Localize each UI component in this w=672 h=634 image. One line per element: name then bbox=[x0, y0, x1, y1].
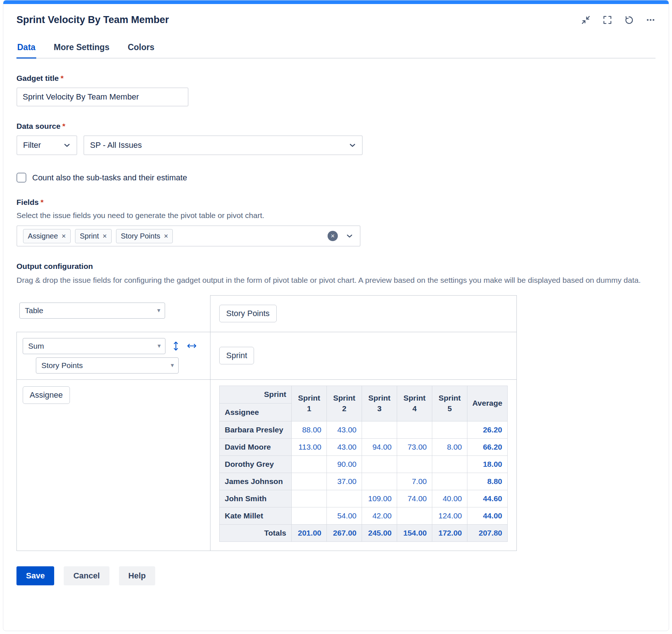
sprint-field-chip[interactable]: Sprint bbox=[219, 347, 254, 364]
gadget-config-dialog: Sprint Velocity By Team Member bbox=[3, 0, 669, 631]
help-button[interactable]: Help bbox=[119, 566, 156, 585]
remove-chip-icon[interactable]: × bbox=[102, 232, 107, 240]
subtasks-checkbox[interactable] bbox=[16, 173, 26, 183]
totals-label: Totals bbox=[220, 524, 292, 541]
remove-chip-icon[interactable]: × bbox=[164, 232, 168, 240]
field-chip-story-points[interactable]: Story Points × bbox=[116, 229, 173, 243]
cell bbox=[432, 455, 467, 473]
table-row: Barbara Presley 88.00 43.00 26.20 bbox=[220, 421, 508, 438]
tab-more-settings[interactable]: More Settings bbox=[53, 42, 110, 58]
chevron-down-icon[interactable] bbox=[345, 232, 354, 240]
chevron-down-icon bbox=[63, 141, 71, 150]
cell bbox=[327, 490, 362, 507]
pivot-columns-dimension-label: Sprint bbox=[220, 386, 291, 404]
pivot-totals-row: Totals 201.00 267.00 245.00 154.00 172.0… bbox=[220, 524, 508, 541]
field-chip-label: Assignee bbox=[28, 232, 58, 240]
filter-select[interactable]: SP - All Issues bbox=[83, 135, 363, 155]
table-row: John Smith 109.00 74.00 40.00 44.60 bbox=[220, 490, 508, 507]
rows-drop-zone[interactable]: Sprint bbox=[210, 332, 516, 380]
cell-average: 44.60 bbox=[467, 490, 508, 507]
cell-average: 8.80 bbox=[467, 473, 508, 490]
pivot-col-header: Sprint 4 bbox=[397, 386, 432, 421]
output-configuration-label: Output configuration bbox=[16, 262, 656, 271]
field-chip-label: Sprint bbox=[80, 232, 99, 240]
pivot-col-header: Sprint 5 bbox=[432, 386, 467, 421]
view-type-select[interactable]: Table ▾ bbox=[19, 303, 165, 319]
header-icons bbox=[581, 15, 656, 25]
cell: 42.00 bbox=[362, 507, 397, 524]
cell: 74.00 bbox=[397, 490, 432, 507]
pivot-rows-dimension-label: Assignee bbox=[220, 404, 291, 421]
cell: 90.00 bbox=[327, 455, 362, 473]
data-source-type-select[interactable]: Filter bbox=[16, 135, 77, 155]
columns-drop-zone[interactable]: Story Points bbox=[210, 296, 516, 332]
clear-all-icon[interactable]: × bbox=[328, 231, 338, 241]
table-row: David Moore 113.00 43.00 94.00 73.00 8.0… bbox=[220, 438, 508, 455]
cell: 8.00 bbox=[432, 438, 467, 455]
cell bbox=[432, 473, 467, 490]
total-cell: 154.00 bbox=[397, 524, 432, 541]
aggregation-field-value: Story Points bbox=[41, 361, 83, 370]
top-accent-bar bbox=[3, 0, 669, 4]
cell bbox=[432, 421, 467, 438]
cancel-button[interactable]: Cancel bbox=[64, 566, 109, 585]
field-chip-label: Story Points bbox=[121, 232, 160, 240]
filter-select-value: SP - All Issues bbox=[90, 140, 142, 150]
cell bbox=[292, 473, 327, 490]
total-cell-average: 207.80 bbox=[467, 524, 508, 541]
cell bbox=[292, 507, 327, 524]
cell-average: 26.20 bbox=[467, 421, 508, 438]
fields-help-text: Select the issue fields you need to gene… bbox=[16, 211, 656, 220]
caret-down-icon: ▾ bbox=[157, 307, 160, 314]
fullscreen-icon[interactable] bbox=[602, 15, 612, 25]
gadget-title-label-text: Gadget title bbox=[16, 74, 59, 82]
cell-average: 44.00 bbox=[467, 507, 508, 524]
total-cell: 172.00 bbox=[432, 524, 467, 541]
gadget-title-input[interactable] bbox=[16, 87, 188, 106]
table-row: Dorothy Grey 90.00 18.00 bbox=[220, 455, 508, 473]
pivot-col-header: Sprint 3 bbox=[362, 386, 397, 421]
view-type-value: Table bbox=[25, 306, 43, 315]
aggregation-select[interactable]: Sum ▾ bbox=[23, 338, 165, 354]
cell bbox=[362, 421, 397, 438]
total-cell: 245.00 bbox=[362, 524, 397, 541]
table-row: James Johnson 37.00 7.00 8.80 bbox=[220, 473, 508, 490]
cell bbox=[292, 490, 327, 507]
tab-colors[interactable]: Colors bbox=[127, 42, 155, 58]
cell bbox=[362, 455, 397, 473]
cell bbox=[397, 455, 432, 473]
pivot-layout-panel: Story Points Sprint Sprint Assignee bbox=[210, 295, 517, 551]
available-fields-zone[interactable]: Assignee bbox=[17, 380, 210, 551]
row-name: David Moore bbox=[220, 438, 292, 455]
caret-down-icon: ▾ bbox=[157, 342, 161, 350]
output-configuration-grid: Table ▾ Sum ▾ bbox=[16, 295, 516, 551]
tab-data[interactable]: Data bbox=[16, 42, 36, 59]
save-button[interactable]: Save bbox=[16, 566, 54, 585]
remove-chip-icon[interactable]: × bbox=[61, 232, 66, 240]
data-source-label-text: Data source bbox=[16, 122, 60, 130]
assignee-field-chip[interactable]: Assignee bbox=[23, 386, 70, 404]
cell: 7.00 bbox=[397, 473, 432, 490]
fields-multiselect[interactable]: Assignee × Sprint × Story Points × × bbox=[16, 225, 361, 247]
page-title: Sprint Velocity By Team Member bbox=[16, 14, 169, 26]
cell bbox=[397, 421, 432, 438]
cell: 113.00 bbox=[292, 438, 327, 455]
move-vertical-icon[interactable] bbox=[173, 341, 179, 352]
cell bbox=[397, 507, 432, 524]
collapse-icon[interactable] bbox=[581, 15, 591, 25]
more-icon[interactable] bbox=[646, 15, 656, 25]
field-chip-assignee[interactable]: Assignee × bbox=[23, 229, 71, 243]
cell: 109.00 bbox=[362, 490, 397, 507]
story-points-field-chip[interactable]: Story Points bbox=[219, 305, 277, 322]
table-row: Kate Millet 54.00 42.00 124.00 44.00 bbox=[220, 507, 508, 524]
cell: 43.00 bbox=[327, 438, 362, 455]
move-horizontal-icon[interactable] bbox=[186, 343, 197, 349]
pivot-col-header: Sprint 1 bbox=[292, 386, 327, 421]
row-name: James Johnson bbox=[220, 473, 292, 490]
refresh-icon[interactable] bbox=[624, 15, 634, 25]
cell-average: 18.00 bbox=[467, 455, 508, 473]
measures-panel: Sum ▾ Story Points ▾ bbox=[16, 332, 210, 551]
row-name: Kate Millet bbox=[220, 507, 292, 524]
field-chip-sprint[interactable]: Sprint × bbox=[75, 229, 112, 243]
aggregation-field-select[interactable]: Story Points ▾ bbox=[36, 357, 179, 374]
